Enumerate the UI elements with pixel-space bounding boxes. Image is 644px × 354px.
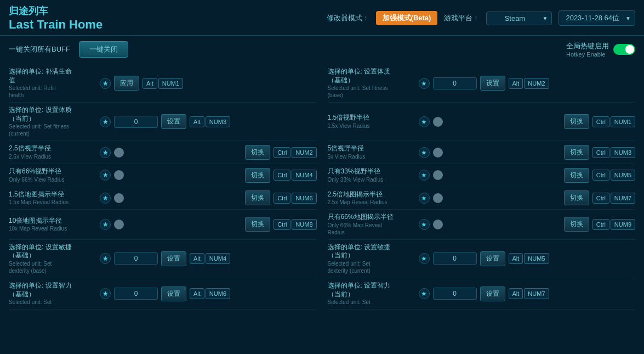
top-controls: 一键关闭所有BUFF 一键关闭 全局热键启用 Hotkey Enable (9, 41, 635, 58)
cheat-name-cn: 2.5倍视野半径 (9, 144, 96, 153)
star-button[interactable]: ★ (100, 170, 111, 181)
close-all-button[interactable]: 一键关闭 (79, 41, 128, 58)
toggle-button[interactable]: 切换 (245, 145, 270, 160)
star-button[interactable]: ★ (100, 78, 111, 89)
key-combo: Ctrl NUM4 (273, 170, 316, 181)
star-button[interactable]: ★ (419, 170, 430, 181)
key-combo: Alt NUM7 (509, 288, 549, 299)
key-badge-key: NUM5 (611, 170, 635, 181)
cheat-name-cn: 10倍地图揭示半径 (9, 217, 96, 226)
toggle-button[interactable]: 切换 (564, 145, 589, 160)
key-combo: Alt NUM5 (509, 253, 549, 264)
number-input[interactable] (114, 288, 158, 300)
star-button[interactable]: ★ (100, 147, 111, 158)
key-badge-key: NUM4 (292, 170, 316, 181)
set-button[interactable]: 设置 (161, 286, 186, 301)
number-input[interactable] (114, 116, 158, 128)
close-all-label: 一键关闭所有BUFF (9, 44, 70, 54)
set-button[interactable]: 设置 (161, 114, 186, 129)
key-badge-key: NUM7 (524, 288, 549, 299)
toggle-circle[interactable] (433, 117, 443, 127)
key-badge-modifier: Alt (143, 78, 157, 89)
cheat-name-cn: 只有33%视野半径 (328, 167, 415, 176)
version-select[interactable]: 2023-11-28 64位 (558, 10, 635, 26)
star-button[interactable]: ★ (419, 116, 430, 127)
key-badge-modifier: Ctrl (592, 116, 609, 127)
key-badge-modifier: Ctrl (273, 147, 290, 158)
cheat-row: 选择的单位: 设置体质（当前） Selected unit: Set fitne… (9, 103, 317, 141)
set-button[interactable]: 设置 (161, 251, 186, 266)
cheat-row: 选择的单位: 设置智力（当前） Selected unit: Set ★ 设置 … (328, 278, 636, 310)
number-input[interactable] (433, 252, 477, 265)
toggle-circle[interactable] (433, 220, 443, 229)
toggle-button[interactable]: 切换 (245, 190, 270, 205)
star-button[interactable]: ★ (419, 288, 430, 299)
cheat-name-en: Only 33% View Radius (328, 176, 415, 183)
cheat-name: 选择的单位: 设置智力（基础） Selected unit: Set (9, 282, 96, 306)
toggle-circle[interactable] (433, 193, 443, 203)
cheat-name: 选择的单位: 补满生命值 Selected unit: Refillhealth (9, 68, 96, 99)
hotkey-label-en: Hotkey Enable (566, 51, 609, 58)
star-button[interactable]: ★ (419, 193, 430, 204)
toggle-circle[interactable] (114, 220, 124, 229)
key-badge-key: NUM6 (206, 288, 230, 299)
apply-button[interactable]: 应用 (114, 76, 139, 91)
toggle-button[interactable]: 切换 (564, 190, 589, 205)
star-button[interactable]: ★ (419, 147, 430, 158)
beta-badge[interactable]: 加强模式(Beta) (376, 11, 438, 25)
key-badge-key: NUM1 (158, 78, 183, 89)
key-badge-modifier: Ctrl (592, 170, 609, 181)
cheat-row: 只有66%地图揭示半径 Only 66% Map RevealRadius ★ … (328, 210, 636, 240)
cheat-row: 2.5倍视野半径 2.5x View Radius ★ 切换 Ctrl NUM2 (9, 141, 317, 164)
set-button[interactable]: 设置 (480, 251, 505, 266)
cheat-name: 2.5倍地图揭示半径 2.5x Map Reveal Radius (328, 190, 415, 206)
key-combo: Ctrl NUM9 (592, 219, 635, 230)
star-button[interactable]: ★ (100, 116, 111, 127)
cheat-row: 选择的单位: 设置敏捷（基础） Selected unit: Setdexter… (9, 240, 317, 278)
modifier-label: 修改器模式： (327, 13, 369, 23)
cheat-name-en: 2.5x Map Reveal Radius (328, 199, 415, 206)
number-input[interactable] (433, 77, 477, 89)
cheat-name: 10倍地图揭示半径 10x Map Reveal Radius (9, 217, 96, 233)
toggle-circle[interactable] (433, 148, 443, 158)
toggle-circle[interactable] (433, 170, 443, 180)
cheat-name: 1.5倍地图揭示半径 1.5x Map Reveal Radius (9, 190, 96, 206)
cheat-name-cn: 1.5倍地图揭示半径 (9, 190, 96, 199)
number-input[interactable] (114, 252, 158, 265)
cheat-name-en: Selected unit: Set fitness(current) (9, 123, 96, 137)
star-button[interactable]: ★ (419, 78, 430, 89)
set-button[interactable]: 设置 (480, 286, 505, 301)
hotkey-toggle[interactable] (613, 44, 635, 55)
toggle-button[interactable]: 切换 (245, 168, 270, 183)
platform-select[interactable]: Steam (486, 12, 552, 25)
cheat-name-en: Selected unit: Setdexterity (base) (9, 260, 96, 274)
star-button[interactable]: ★ (419, 253, 430, 264)
star-button[interactable]: ★ (419, 219, 430, 230)
key-badge-key: NUM9 (611, 219, 635, 230)
toggle-button[interactable]: 切换 (564, 168, 589, 183)
star-button[interactable]: ★ (100, 253, 111, 264)
header: 归途列车 Last Train Home 修改器模式： 加强模式(Beta) 游… (0, 0, 644, 36)
toggle-button[interactable]: 切换 (564, 114, 589, 129)
star-button[interactable]: ★ (100, 193, 111, 204)
cheat-row: 选择的单位: 补满生命值 Selected unit: Refillhealth… (9, 64, 317, 103)
number-input[interactable] (433, 288, 477, 300)
key-badge-modifier: Alt (509, 253, 523, 264)
toggle-button[interactable]: 切换 (564, 217, 589, 232)
toggle-circle[interactable] (114, 170, 124, 180)
set-button[interactable]: 设置 (480, 76, 505, 91)
toggle-button[interactable]: 切换 (245, 217, 270, 232)
platform-label: 游戏平台： (444, 13, 480, 23)
platform-select-wrapper[interactable]: Steam (486, 12, 552, 25)
hotkey-section: 全局热键启用 Hotkey Enable (566, 41, 635, 58)
toggle-circle[interactable] (114, 148, 124, 158)
key-combo: Ctrl NUM5 (592, 170, 635, 181)
version-select-wrapper[interactable]: 2023-11-28 64位 (558, 10, 635, 26)
star-button[interactable]: ★ (100, 288, 111, 299)
key-badge-modifier: Alt (190, 288, 204, 299)
hotkey-label-cn: 全局热键启用 (566, 41, 609, 51)
cheat-name-cn: 只有66%地图揭示半径 (328, 213, 415, 222)
star-button[interactable]: ★ (100, 219, 111, 230)
header-right: 修改器模式： 加强模式(Beta) 游戏平台： Steam 2023-11-28… (327, 10, 635, 26)
toggle-circle[interactable] (114, 193, 124, 203)
